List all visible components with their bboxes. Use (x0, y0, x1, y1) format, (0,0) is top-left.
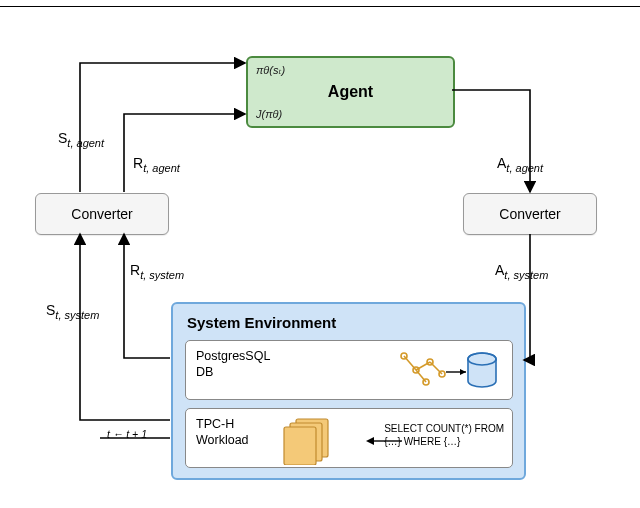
svg-marker-13 (460, 369, 466, 375)
db-label: PostgresSQL DB (196, 349, 270, 380)
diagram-canvas: Agent πθ(sₜ) J(πθ) Converter Converter S… (0, 0, 640, 508)
label-r-agent: Rt, agent (133, 155, 180, 174)
svg-line-10 (416, 370, 426, 382)
converter-right: Converter (463, 193, 597, 235)
workload-box: TPC-H Workload SELECT COUNT(*) FROM {…} … (185, 408, 513, 468)
label-r-agent-sub: t, agent (143, 162, 180, 174)
label-a-agent: At, agent (497, 155, 543, 174)
label-s-system-sym: S (46, 302, 55, 318)
workload-arrow-icon (364, 431, 404, 451)
svg-line-9 (416, 362, 430, 370)
label-s-agent: St, agent (58, 130, 104, 149)
converter-left-label: Converter (71, 206, 132, 222)
agent-policy: πθ(sₜ) (256, 64, 285, 77)
label-a-agent-sym: A (497, 155, 506, 171)
agent-box: Agent πθ(sₜ) J(πθ) (246, 56, 455, 128)
db-box: PostgresSQL DB (185, 340, 513, 400)
label-r-system-sub: t, system (140, 269, 184, 281)
label-a-agent-sub: t, agent (506, 162, 543, 174)
label-a-system-sym: A (495, 262, 504, 278)
agent-title: Agent (328, 83, 373, 101)
label-s-agent-sub: t, agent (67, 137, 104, 149)
label-r-agent-sym: R (133, 155, 143, 171)
label-s-agent-sym: S (58, 130, 67, 146)
svg-marker-18 (366, 437, 374, 445)
system-environment-title: System Environment (187, 314, 336, 331)
label-a-system-sub: t, system (504, 269, 548, 281)
system-environment-box: System Environment PostgresSQL DB (171, 302, 526, 480)
svg-rect-16 (284, 427, 316, 465)
label-s-system: St, system (46, 302, 99, 321)
top-rule (0, 6, 640, 7)
svg-line-11 (430, 362, 442, 374)
label-r-system-sym: R (130, 262, 140, 278)
label-time-update: t ← t + 1 (107, 428, 147, 440)
label-s-system-sub: t, system (55, 309, 99, 321)
db-icon (386, 344, 506, 396)
label-r-system: Rt, system (130, 262, 184, 281)
workload-icon (278, 411, 364, 465)
converter-left: Converter (35, 193, 169, 235)
workload-label: TPC-H Workload (196, 417, 249, 448)
label-a-system: At, system (495, 262, 548, 281)
agent-objective: J(πθ) (256, 108, 282, 120)
svg-line-8 (404, 356, 416, 370)
converter-right-label: Converter (499, 206, 560, 222)
